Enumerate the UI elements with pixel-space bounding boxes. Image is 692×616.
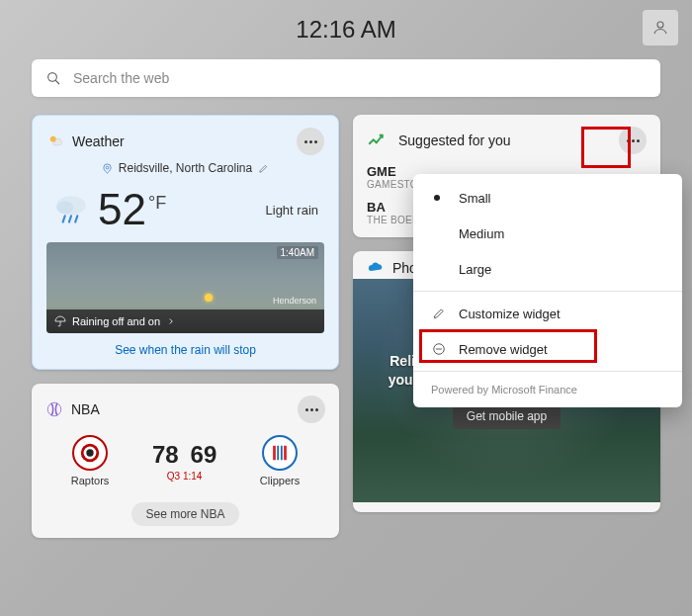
menu-footer: Powered by Microsoft Finance xyxy=(413,376,682,401)
menu-label: Large xyxy=(459,262,491,277)
menu-label: Small xyxy=(459,191,491,206)
onedrive-icon xyxy=(367,259,385,277)
remove-icon xyxy=(431,341,447,357)
profile-button[interactable] xyxy=(643,10,678,45)
menu-size-large[interactable]: Large xyxy=(413,251,682,287)
search-input[interactable] xyxy=(73,70,647,86)
game-period: Q3 1:14 xyxy=(167,471,203,482)
nba-more-link[interactable]: See more NBA xyxy=(131,502,238,526)
pencil-icon xyxy=(431,306,447,321)
weather-condition: Light rain xyxy=(266,203,318,218)
menu-label: Medium xyxy=(459,226,504,241)
clock: 12:16 AM xyxy=(296,16,395,44)
team-b-name: Clippers xyxy=(260,475,300,486)
weather-unit: °F xyxy=(148,193,166,214)
map-timestamp: 1:40AM xyxy=(277,246,318,259)
svg-line-2 xyxy=(55,80,59,84)
widget-context-menu: Small Medium Large Customize widget Remo… xyxy=(413,174,682,407)
weather-location: Reidsville, North Carolina xyxy=(119,161,252,175)
team-b-logo xyxy=(262,435,298,471)
map-caption: Raining off and on xyxy=(72,315,160,327)
menu-label: Remove widget xyxy=(459,342,548,357)
weather-more-button[interactable] xyxy=(297,128,324,155)
rain-cloud-icon xyxy=(50,189,92,230)
weather-map[interactable]: 1:40AM Henderson Raining off and on xyxy=(46,242,324,333)
nba-more-button[interactable] xyxy=(298,396,325,423)
nba-title: NBA xyxy=(71,401,298,417)
weather-forecast-link[interactable]: See when the rain will stop xyxy=(46,343,324,357)
score-b: 69 xyxy=(191,441,217,469)
svg-point-1 xyxy=(48,73,57,82)
svg-point-4 xyxy=(106,166,109,169)
menu-separator xyxy=(413,371,682,372)
svg-point-0 xyxy=(657,22,663,28)
menu-separator xyxy=(413,291,682,292)
suggested-title: Suggested for you xyxy=(398,132,613,148)
svg-point-7 xyxy=(47,402,61,416)
svg-point-10 xyxy=(86,449,93,456)
score-a: 78 xyxy=(152,441,179,469)
suggested-more-button[interactable] xyxy=(619,127,647,154)
search-icon xyxy=(45,70,61,86)
map-city-label: Henderson xyxy=(273,296,316,306)
umbrella-icon xyxy=(54,315,66,327)
person-icon xyxy=(651,19,669,37)
bullet-icon xyxy=(434,195,440,201)
weather-widget: Weather Reidsville, North Carolina 52 °F… xyxy=(32,115,339,370)
nba-icon xyxy=(45,400,63,418)
menu-size-medium[interactable]: Medium xyxy=(413,216,682,251)
menu-size-small[interactable]: Small xyxy=(413,180,682,216)
stocks-icon xyxy=(367,132,385,149)
nba-widget: NBA Raptors 78 69 Q3 1:14 xyxy=(32,384,339,538)
weather-temperature: 52 xyxy=(98,185,146,234)
weather-icon xyxy=(46,132,64,150)
team-a-name: Raptors xyxy=(71,475,110,486)
edit-icon[interactable] xyxy=(258,163,269,174)
chevron-right-icon xyxy=(166,316,176,326)
team-a-logo xyxy=(72,435,108,471)
menu-remove-widget[interactable]: Remove widget xyxy=(413,331,682,367)
search-bar[interactable] xyxy=(32,59,660,97)
svg-point-6 xyxy=(56,202,73,215)
location-icon xyxy=(102,163,113,174)
weather-title: Weather xyxy=(72,133,297,149)
menu-label: Customize widget xyxy=(459,307,561,321)
menu-customize-widget[interactable]: Customize widget xyxy=(413,296,682,331)
